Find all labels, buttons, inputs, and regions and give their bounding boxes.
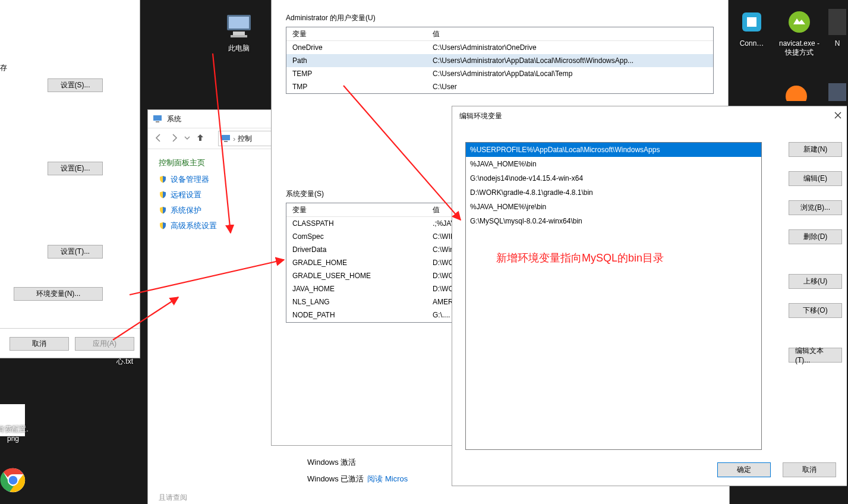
navicat-icon	[773, 9, 826, 37]
desktop-icon-label-l2: png	[0, 434, 37, 443]
edit-button[interactable]: 编辑(E)	[789, 171, 842, 186]
control-panel-link[interactable]: 系统保护	[159, 205, 256, 216]
env-vars-button[interactable]: 环境变量(N)...	[14, 287, 103, 301]
user-vars-heading: Administrator 的用户变量(U)	[286, 13, 714, 23]
chrome-icon[interactable]	[0, 467, 26, 495]
user-vars-table[interactable]: 变量 值 OneDriveC:\Users\Administrator\OneD…	[286, 27, 714, 94]
var-name: TMP	[286, 83, 427, 91]
svg-rect-3	[231, 35, 247, 37]
svg-rect-13	[153, 115, 162, 121]
desktop-icon-label-l1: 肖费配置.	[0, 424, 37, 434]
desktop-icon-conn[interactable]: Conn…	[728, 9, 776, 48]
move-down-button[interactable]: 下移(O)	[789, 303, 842, 318]
chevron-right-icon: ›	[233, 134, 235, 143]
path-listbox[interactable]: %USERPROFILE%\AppData\Local\Microsoft\Wi…	[465, 142, 762, 450]
close-button[interactable]	[834, 111, 842, 121]
svg-rect-8	[747, 17, 756, 27]
desktop-icon-label-l1: navicat.exe -	[773, 39, 826, 48]
dialog-title: 编辑环境变量	[459, 111, 502, 121]
up-button[interactable]	[194, 132, 206, 146]
settings-e-button[interactable]: 设置(E)...	[48, 162, 103, 175]
shield-icon	[159, 175, 167, 184]
var-name: OneDrive	[286, 43, 427, 52]
desktop-icon-this-pc[interactable]: 此电脑	[215, 13, 263, 53]
svg-rect-12	[828, 83, 846, 101]
table-row[interactable]: OneDriveC:\Users\Administrator\OneDrive	[286, 41, 713, 54]
generic-app-icon	[828, 9, 846, 37]
settings-s-button[interactable]: 设置(S)...	[48, 78, 103, 92]
back-button[interactable]	[153, 132, 165, 146]
desktop-icon-n[interactable]: N	[828, 9, 846, 48]
recent-label: 且请查阅	[159, 493, 187, 503]
var-name: ComSpec	[286, 232, 427, 241]
table-row[interactable]: TMPC:\User	[286, 80, 713, 93]
svg-rect-15	[222, 135, 230, 140]
cancel-button[interactable]: 取消	[783, 462, 836, 477]
var-name: Path	[286, 56, 427, 65]
svg-rect-14	[156, 121, 159, 122]
annotation-text: 新增环境变量指向MySQL的bin目录	[496, 251, 664, 265]
move-up-button[interactable]: 上移(U)	[789, 274, 842, 289]
desktop-icon-png[interactable]: 肖费配置. png	[0, 424, 37, 443]
path-entry[interactable]: G:\MySQL\mysql-8.0.24-winx64\bin	[466, 214, 761, 228]
settings-t-button[interactable]: 设置(T)...	[48, 245, 103, 259]
generic-app-icon	[773, 83, 820, 103]
col-header-val[interactable]: 值	[427, 29, 713, 39]
var-name: TEMP	[286, 70, 427, 78]
windows-activation-text: Windows 已激活	[307, 474, 364, 484]
shield-icon	[159, 222, 167, 230]
link-label: 系统保护	[171, 205, 201, 216]
cancel-button[interactable]: 取消	[10, 337, 69, 351]
var-value: C:\Users\Administrator\OneDrive	[427, 43, 713, 52]
var-name: NLS_LANG	[286, 298, 427, 306]
desktop-icon-label-l2: 快捷方式	[773, 48, 826, 58]
svg-rect-10	[828, 9, 846, 35]
edit-env-var-dialog: 编辑环境变量 %USERPROFILE%\AppData\Local\Micro…	[452, 106, 847, 486]
computer-icon	[221, 133, 231, 144]
var-value: C:\User	[427, 83, 713, 91]
breadcrumb-item[interactable]: 控制	[238, 134, 252, 144]
desktop-icon-label: 此电脑	[215, 43, 263, 53]
var-name: DriverData	[286, 245, 427, 254]
desktop-icon-orange[interactable]	[773, 83, 820, 105]
svg-rect-16	[224, 141, 228, 142]
var-name: GRADLE_HOME	[286, 259, 427, 267]
link-label: 高级系统设置	[171, 220, 217, 231]
desktop-icon-label: N	[828, 39, 846, 48]
apply-button[interactable]: 应用(A)	[75, 337, 134, 351]
table-row[interactable]: TEMPC:\Users\Administrator\AppData\Local…	[286, 67, 713, 80]
svg-rect-1	[229, 17, 249, 29]
browse-button[interactable]: 浏览(B)...	[789, 200, 842, 215]
computer-icon	[215, 13, 263, 41]
ok-button[interactable]: 确定	[717, 462, 771, 477]
windows-activation-link[interactable]: 阅读 Micros	[367, 474, 408, 484]
col-header-var[interactable]: 变量	[286, 205, 427, 215]
control-panel-link[interactable]: 远程设置	[159, 190, 256, 200]
svg-point-11	[786, 86, 807, 101]
control-panel-home[interactable]: 控制面板主页	[159, 158, 256, 168]
new-button[interactable]: 新建(N)	[789, 142, 842, 157]
control-panel-link[interactable]: 设备管理器	[159, 174, 256, 185]
label-save: 存	[0, 63, 7, 73]
shield-icon	[159, 206, 167, 215]
svg-rect-2	[233, 32, 245, 35]
desktop-icon-label: Conn…	[728, 39, 776, 48]
recent-dropdown[interactable]	[184, 132, 191, 146]
generic-app-icon	[728, 9, 776, 37]
edit-text-button[interactable]: 编辑文本(T)...	[789, 348, 842, 363]
path-entry[interactable]: %USERPROFILE%\AppData\Local\Microsoft\Wi…	[466, 143, 761, 157]
system-properties-dialog: 存 设置(S)... 设置(E)... 设置(T)... 环境变量(N)... …	[0, 0, 140, 358]
path-entry[interactable]: D:\WORK\gradle-4.8.1\gradle-4.8.1\bin	[466, 185, 761, 200]
col-header-var[interactable]: 变量	[286, 29, 427, 39]
path-entry[interactable]: G:\nodejs14\node-v14.15.4-win-x64	[466, 171, 761, 185]
delete-button[interactable]: 删除(D)	[789, 229, 842, 244]
control-panel-link[interactable]: 高级系统设置	[159, 220, 256, 231]
system-icon	[153, 114, 162, 125]
path-entry[interactable]: %JAVA_HOME%\jre\bin	[466, 200, 761, 214]
var-value: C:\Users\Administrator\AppData\Local\Tem…	[427, 70, 713, 78]
desktop-icon-navicat[interactable]: navicat.exe - 快捷方式	[773, 9, 826, 58]
table-row[interactable]: PathC:\Users\Administrator\AppData\Local…	[286, 54, 713, 67]
path-entry[interactable]: %JAVA_HOME%\bin	[466, 157, 761, 171]
forward-button[interactable]	[168, 132, 180, 146]
var-value: C:\Users\Administrator\AppData\Local\Mic…	[427, 56, 713, 65]
